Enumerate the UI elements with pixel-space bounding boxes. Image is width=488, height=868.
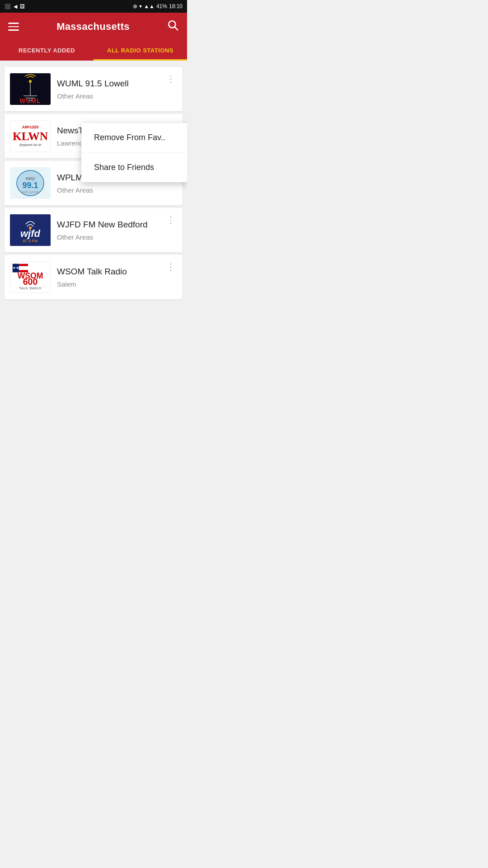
svg-text:600: 600 [23,277,38,287]
image-icon: 🖼 [20,4,25,9]
station-location-wjfd: Other Areas [57,233,177,241]
context-menu-item-remove-fav[interactable]: Remove From Fav.. [81,123,187,153]
station-logo-wplm: easy 99.1 WPLM FM [10,167,51,199]
station-name-wjfd: WJFD FM New Bedford [57,219,177,231]
svg-text:99.1: 99.1 [22,181,38,190]
svg-line-1 [175,27,178,30]
more-options-wuml[interactable]: ⋮ [164,72,178,85]
search-button[interactable] [167,19,179,34]
svg-point-2 [29,80,32,83]
station-info-wsom: WSOM Talk Radio Salem [57,266,177,288]
station-info-wuml: WUML 91.5 Lowell Other Areas [57,78,177,100]
add-icon: ⊕ [133,3,137,9]
station-card-wuml: WUML WUML 91.5 Lowell Other Areas ⋮ [5,67,183,111]
tab-all-stations[interactable]: ALL RADIO STATIONS [94,41,187,61]
station-card-wsom: ★★ WSOM 600 TALK RADIO WSOM Talk Radio S… [5,255,183,299]
station-card-wjfd: wjfd 97.3 FM WJFD FM New Bedford Other A… [5,208,183,252]
more-options-wjfd[interactable]: ⋮ [164,213,178,226]
status-bar: ⬛ ◀ 🖼 ⊕ ▾ ▲▲ 41% 18:10 [0,0,187,13]
station-location-wsom: Salem [57,280,177,288]
station-name-wsom: WSOM Talk Radio [57,266,177,278]
station-list: WUML WUML 91.5 Lowell Other Areas ⋮ Remo… [0,61,187,306]
svg-text:97.3 FM: 97.3 FM [23,239,38,243]
battery-text: 41% [156,3,167,9]
svg-text:TALK RADIO: TALK RADIO [19,287,42,290]
station-logo-wuml: WUML [10,73,51,105]
svg-point-0 [169,21,175,28]
menu-button[interactable] [8,23,19,31]
svg-text:AM•1320: AM•1320 [22,125,38,129]
context-menu-item-share-friends[interactable]: Share to Friends [81,153,187,182]
app-header: Massachusetts [0,13,187,41]
tab-recently-added[interactable]: RECENTLY ADDED [0,41,94,59]
svg-text:wjfd: wjfd [20,228,41,239]
back-icon: ◀ [14,4,17,9]
page-title: Massachusetts [56,21,130,33]
svg-text:KLWN: KLWN [13,130,48,142]
time-text: 18:10 [169,3,183,9]
station-location-wplm: Other Areas [57,186,177,194]
tab-bar: RECENTLY ADDED ALL RADIO STATIONS [0,41,187,61]
svg-text:★★: ★★ [13,266,19,270]
status-left: ⬛ ◀ 🖼 [5,4,25,9]
station-logo-klwn: AM•1320 KLWN Depend On It! [10,120,51,152]
station-name-wuml: WUML 91.5 Lowell [57,78,177,90]
station-logo-wsom: ★★ WSOM 600 TALK RADIO [10,261,51,293]
more-options-wsom[interactable]: ⋮ [164,260,178,273]
signal-icon: ▲▲ [144,3,155,9]
context-menu: Remove From Fav.. Share to Friends [81,123,187,182]
station-location-wuml: Other Areas [57,92,177,100]
station-info-wjfd: WJFD FM New Bedford Other Areas [57,219,177,241]
svg-text:WPLM FM: WPLM FM [22,190,39,194]
status-right: ⊕ ▾ ▲▲ 41% 18:10 [133,3,183,9]
svg-text:WUML: WUML [19,97,41,104]
svg-text:Depend On It!: Depend On It! [19,143,42,147]
wifi-icon: ▾ [139,3,142,9]
svg-text:easy: easy [25,176,35,181]
notification-icon: ⬛ [5,4,11,9]
station-logo-wjfd: wjfd 97.3 FM [10,214,51,246]
